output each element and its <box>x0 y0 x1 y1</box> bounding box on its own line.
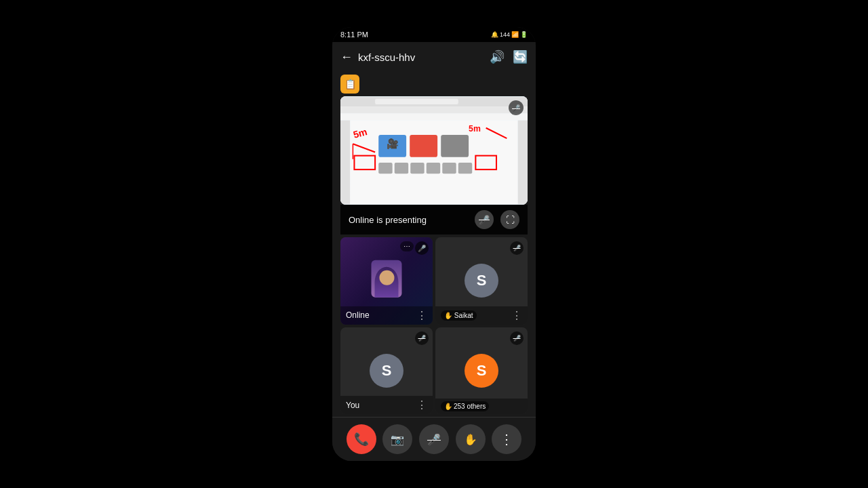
notification-badge[interactable]: 📋 <box>340 75 359 94</box>
notification-area: 📋 <box>332 72 536 96</box>
participant-bottom-bar: ✋ Saikat ⋮ <box>435 306 528 325</box>
participant-more-button[interactable]: ⋮ <box>416 399 427 411</box>
meeting-title: kxf-sscu-hhv <box>358 52 484 63</box>
end-call-button[interactable]: 📞 <box>347 424 376 454</box>
presenter-area: 5m 🎥 5m <box>340 96 528 205</box>
audio-icon[interactable]: 🔊 <box>490 49 505 64</box>
video-toggle-button[interactable]: 📷 <box>382 424 412 454</box>
participant-name: ✋ Saikat <box>441 310 477 321</box>
svg-rect-2 <box>340 106 528 113</box>
svg-text:🎥: 🎥 <box>387 138 399 150</box>
mic-icon: 🎤 <box>427 433 441 446</box>
presenting-mute-icon[interactable]: 🎤 <box>475 210 494 229</box>
svg-rect-13 <box>441 135 469 157</box>
participant-tile: S 🎤 You ⋮ <box>340 327 433 415</box>
switch-camera-icon[interactable]: 🔄 <box>513 49 528 64</box>
video-icon: 📷 <box>391 433 404 446</box>
participant-avatar: S <box>465 354 498 388</box>
participant-tile: S 🎤 ✋ 253 others <box>435 327 528 415</box>
mute-slash-icon: 🎤 <box>418 245 426 252</box>
presenting-text: Online is presenting <box>349 215 427 225</box>
presenting-icons: 🎤 ⛶ <box>475 210 519 229</box>
participants-grid: 🎤 ⋯ Online ⋮ S 🎤 ✋ Saikat ⋮ S <box>332 235 536 417</box>
whiteboard-content: 5m 🎥 5m <box>340 96 528 205</box>
mute-slash-icon: 🎤 <box>513 335 521 342</box>
mute-slash-icon: 🎤 <box>513 245 521 251</box>
notif-icon: 📋 <box>344 79 356 89</box>
svg-text:5m: 5m <box>469 124 481 134</box>
participant-name-you: You <box>346 401 359 410</box>
participant-bottom-bar: Online ⋮ <box>340 306 433 325</box>
mute-badge: 🎤 <box>510 331 524 345</box>
phone-screen: 8:11 PM 🔔 144 📶 🔋 ← kxf-sscu-hhv 🔊 🔄 📋 <box>332 27 536 461</box>
svg-rect-3 <box>340 113 528 120</box>
end-call-icon: 📞 <box>354 432 369 447</box>
participant-bottom-bar: ✋ 253 others <box>435 399 528 414</box>
participant-tile: S 🎤 ✋ Saikat ⋮ <box>435 237 528 325</box>
svg-rect-17 <box>410 163 424 174</box>
raise-hand-badge: ✋ Saikat <box>441 310 477 321</box>
more-icon: ⋮ <box>500 431 513 447</box>
participant-tile: 🎤 ⋯ Online ⋮ <box>340 237 433 325</box>
more-options-overlay[interactable]: ⋯ <box>400 241 414 251</box>
presenter-screen: 5m 🎥 5m <box>340 96 528 205</box>
participant-more-button[interactable]: ⋮ <box>511 309 522 322</box>
hand-icon: ✋ <box>464 433 477 446</box>
status-time: 8:11 PM <box>340 30 368 39</box>
header-icons: 🔊 🔄 <box>490 49 528 64</box>
back-button[interactable]: ← <box>340 50 353 64</box>
svg-rect-19 <box>442 163 456 174</box>
mute-slash-icon: 🎤 <box>418 335 426 342</box>
participant-avatar: S <box>465 264 498 298</box>
presenting-fullscreen-icon[interactable]: ⛶ <box>500 210 519 229</box>
participant-avatar: S <box>370 354 403 388</box>
svg-rect-6 <box>518 121 528 205</box>
mute-badge: 🎤 <box>510 241 524 255</box>
svg-rect-4 <box>340 121 350 205</box>
svg-rect-1 <box>375 99 458 104</box>
status-bar: 8:11 PM 🔔 144 📶 🔋 <box>332 27 536 42</box>
presenting-bar: Online is presenting 🎤 ⛶ <box>340 205 528 235</box>
svg-rect-20 <box>458 163 472 174</box>
presenter-mute-icon: 🎤 <box>509 100 524 115</box>
mute-button[interactable]: 🎤 <box>419 424 449 454</box>
svg-rect-18 <box>427 163 440 174</box>
svg-rect-15 <box>378 163 392 174</box>
header: ← kxf-sscu-hhv 🔊 🔄 <box>332 42 536 72</box>
svg-rect-11 <box>410 135 437 157</box>
mute-badge: 🎤 <box>415 331 429 345</box>
mute-badge: 🎤 <box>415 241 429 255</box>
more-options-button[interactable]: ⋮ <box>492 424 521 454</box>
participant-more-button[interactable]: ⋮ <box>416 309 427 322</box>
raise-hand-button[interactable]: ✋ <box>456 424 486 454</box>
participant-name-others: ✋ 253 others <box>441 401 489 411</box>
status-icons: 🔔 144 📶 🔋 <box>491 31 528 38</box>
raise-hand-others-badge: ✋ 253 others <box>441 401 489 411</box>
svg-rect-16 <box>395 163 408 174</box>
bottom-bar: 📞 📷 🎤 ✋ ⋮ <box>332 417 536 461</box>
participant-name: Online <box>346 310 370 320</box>
participant-bottom-bar: You ⋮ <box>340 396 433 414</box>
